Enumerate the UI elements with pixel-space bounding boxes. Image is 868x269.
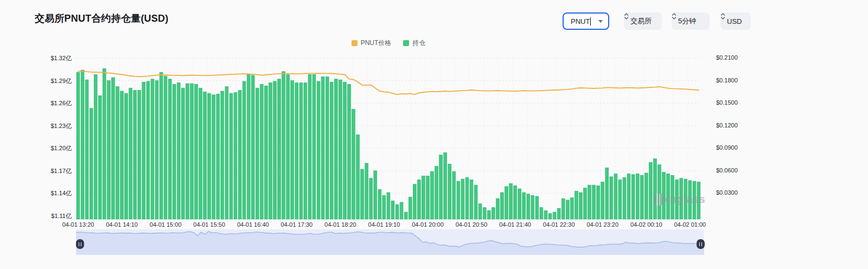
brush-handle-right[interactable] bbox=[697, 239, 705, 249]
chart-page: 交易所PNUT合约持仓量(USD) PNUT 交易所 5分钟 USD PNUT价… bbox=[0, 0, 868, 269]
brush-handle-left[interactable] bbox=[76, 239, 84, 249]
navigator-brush[interactable] bbox=[0, 0, 868, 269]
